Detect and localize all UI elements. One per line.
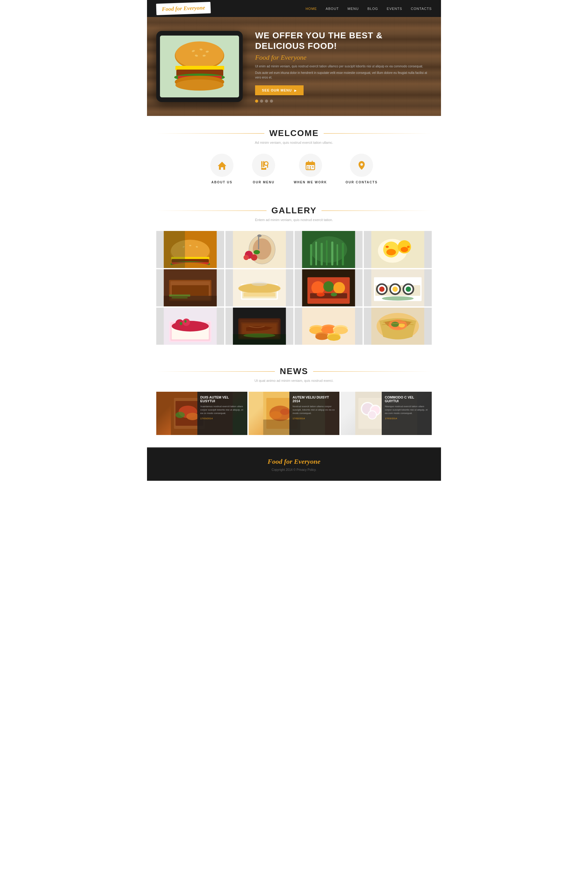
- hero-text-2: Duis aute vel eum irkuna dolor in hendre…: [255, 70, 432, 80]
- svg-point-133: [327, 335, 341, 341]
- svg-point-149: [280, 409, 290, 415]
- gallery-item-7[interactable]: [295, 269, 362, 306]
- gallery-title-wrap: GALLERY: [156, 206, 432, 216]
- our-contacts-label: OUR CONTACTS: [346, 180, 378, 184]
- gallery-grid: [156, 231, 432, 345]
- gallery-item-3[interactable]: [295, 231, 362, 268]
- news-text-3: Nianque nostrud exercit tation ullam cor…: [385, 405, 429, 415]
- nav-about[interactable]: ABOUT: [325, 7, 339, 10]
- welcome-icons: ABOUT US OUR MENU: [156, 153, 432, 184]
- svg-rect-25: [310, 168, 311, 169]
- see-menu-button[interactable]: SEE OUR MENU: [255, 85, 304, 95]
- svg-point-96: [392, 287, 398, 292]
- svg-point-64: [386, 246, 389, 248]
- svg-point-158: [369, 411, 376, 419]
- svg-rect-72: [172, 297, 187, 298]
- location-icon: [350, 153, 373, 177]
- svg-rect-55: [331, 241, 334, 265]
- news-line-right: [313, 371, 432, 372]
- icon-when-we-work[interactable]: WHEN WE WORK: [294, 153, 327, 184]
- svg-point-110: [184, 320, 187, 323]
- main-nav: HOME ABOUT MENU BLOG EVENTS CONTACTS: [306, 7, 432, 10]
- news-grid: DUIS AUTEM VEL EUSYTUI Vuantamus nostrud…: [156, 392, 432, 435]
- logo[interactable]: Food for Everyone: [156, 2, 211, 15]
- site-footer: Food for Everyone Copyright 2014 © Priva…: [147, 447, 441, 481]
- hero-section: WE OFFER YOU THE BEST & DELICIOUS FOOD! …: [147, 17, 441, 116]
- gallery-section: GALLERY Entem ad minim veniam, quis nost…: [147, 193, 441, 354]
- title-line-left: [156, 133, 264, 134]
- nav-home[interactable]: HOME: [306, 7, 317, 10]
- nav-blog[interactable]: BLOG: [367, 7, 378, 10]
- nav-events[interactable]: EVENTS: [387, 7, 402, 10]
- icon-about-us[interactable]: ABOUT US: [210, 153, 233, 184]
- footer-logo: Food for Everyone: [156, 457, 432, 466]
- news-card-2[interactable]: AUTEM VELIU DUISYT 2014 Nostrud exercit …: [249, 392, 340, 435]
- gallery-item-12[interactable]: [364, 308, 432, 345]
- about-us-label: ABOUT US: [212, 180, 233, 184]
- news-card-1[interactable]: DUIS AUTEM VEL EUSYTUI Vuantamus nostrud…: [156, 392, 247, 435]
- svg-point-130: [315, 334, 328, 340]
- our-menu-label: OUR MENU: [252, 180, 274, 184]
- gallery-item-2[interactable]: [226, 231, 293, 268]
- news-overlay-2: AUTEM VELIU DUISYT 2014 Nostrud exercit …: [290, 392, 339, 435]
- news-text-1: Vuantamus nostrud exercit tation ullam c…: [200, 405, 244, 415]
- gallery-item-1[interactable]: [156, 231, 224, 268]
- gallery-item-11[interactable]: [295, 308, 362, 345]
- logo-text: Food for Everyone: [162, 4, 205, 12]
- nav-contacts[interactable]: CONTACTS: [411, 7, 432, 10]
- svg-rect-23: [312, 166, 313, 168]
- svg-rect-22: [310, 166, 311, 168]
- svg-rect-85: [310, 293, 347, 298]
- svg-rect-51: [310, 244, 312, 265]
- icon-our-menu[interactable]: OUR MENU: [252, 153, 275, 184]
- svg-point-45: [251, 254, 258, 261]
- svg-rect-18: [306, 162, 315, 165]
- svg-point-109: [180, 322, 183, 325]
- svg-point-84: [333, 282, 345, 294]
- news-date-1: 17/03/2014: [200, 417, 244, 420]
- news-title: NEWS: [280, 366, 308, 376]
- gallery-item-4[interactable]: [364, 231, 432, 268]
- svg-point-87: [331, 292, 337, 296]
- dot-1[interactable]: [255, 100, 258, 103]
- hero-dots: [255, 100, 432, 103]
- news-card-3[interactable]: COMMODO C VEL GUIYTUI Nianque nostrud ex…: [341, 392, 432, 435]
- svg-rect-56: [337, 244, 338, 265]
- title-line-right: [324, 133, 432, 134]
- svg-point-47: [254, 250, 260, 255]
- svg-rect-16: [267, 165, 268, 168]
- hero-content: WE OFFER YOU THE BEST & DELICIOUS FOOD! …: [243, 30, 432, 103]
- site-header: Food for Everyone HOME ABOUT MENU BLOG E…: [147, 0, 441, 17]
- gallery-item-9[interactable]: [156, 308, 224, 345]
- svg-point-83: [323, 282, 334, 292]
- svg-rect-52: [315, 241, 317, 265]
- svg-point-31: [189, 245, 192, 246]
- nav-menu[interactable]: MENU: [347, 7, 359, 10]
- svg-point-144: [186, 413, 199, 420]
- svg-rect-54: [326, 240, 327, 265]
- dot-3[interactable]: [265, 100, 268, 103]
- dot-4[interactable]: [270, 100, 273, 103]
- svg-point-63: [401, 247, 408, 252]
- icon-our-contacts[interactable]: OUR CONTACTS: [346, 153, 378, 184]
- gallery-line-left: [156, 210, 267, 211]
- news-line-left: [156, 371, 275, 372]
- footer-copyright: Copyright 2014 © Privacy Policy.: [156, 468, 432, 471]
- dot-2[interactable]: [260, 100, 263, 103]
- news-overlay-1: DUIS AUTEM VEL EUSYTUI Vuantamus nostrud…: [197, 392, 247, 435]
- news-subtitle: Ut quat animo ad minim veniam, quis nost…: [156, 379, 432, 383]
- news-title-wrap: NEWS: [156, 366, 432, 376]
- gallery-item-8[interactable]: [364, 269, 432, 306]
- gallery-line-right: [321, 210, 432, 211]
- svg-rect-24: [307, 168, 309, 169]
- gallery-item-5[interactable]: [156, 269, 224, 306]
- news-title-3: COMMODO C VEL GUIYTUI: [385, 395, 429, 403]
- svg-point-117: [244, 333, 275, 338]
- svg-rect-71: [169, 294, 190, 296]
- gallery-item-6[interactable]: [226, 269, 293, 306]
- home-icon: [210, 153, 233, 177]
- news-date-3: 17/03/2014: [385, 417, 429, 420]
- news-title-1: DUIS AUTEM VEL EUSYTUI: [200, 395, 244, 403]
- hero-tablet: [156, 31, 243, 102]
- gallery-item-10[interactable]: [226, 308, 293, 345]
